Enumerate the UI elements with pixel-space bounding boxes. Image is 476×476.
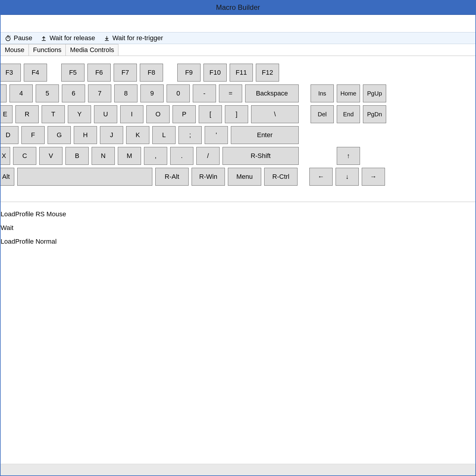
toolbar: Pause Wait for release Wait for re-trigg… <box>1 32 475 44</box>
tab-media[interactable]: Media Controls <box>65 44 118 56</box>
arrow-up-bar-icon <box>40 35 47 41</box>
key-ins[interactable]: Ins <box>311 84 334 102</box>
wait-retrigger-button[interactable]: Wait for re-trigger <box>99 34 167 42</box>
key-p[interactable]: P <box>173 105 196 123</box>
macro-steps: LoadProfile RS Mouse Wait LoadProfile No… <box>1 207 475 248</box>
macro-step[interactable]: LoadProfile Normal <box>1 235 475 248</box>
key-8[interactable]: 8 <box>114 84 137 102</box>
key-r[interactable]: R <box>15 105 39 123</box>
key--[interactable]: ← <box>309 168 333 186</box>
key-6[interactable]: 6 <box>62 84 85 102</box>
key-7[interactable]: 7 <box>88 84 111 102</box>
key-b[interactable]: B <box>65 147 89 165</box>
divider <box>1 202 475 202</box>
key-h[interactable]: H <box>74 126 97 144</box>
statusbar <box>1 464 475 475</box>
key-menu[interactable]: Menu <box>228 168 261 186</box>
key-9[interactable]: 9 <box>140 84 164 102</box>
key-blank[interactable] <box>1 84 7 102</box>
key-i[interactable]: I <box>120 105 143 123</box>
window-title: Macro Builder <box>216 3 260 12</box>
arrow-down-bar-icon <box>104 35 110 41</box>
key--[interactable]: ↑ <box>337 147 360 165</box>
key-d[interactable]: D <box>1 126 18 144</box>
key--[interactable]: . <box>170 147 193 165</box>
key-e[interactable]: E <box>1 105 12 123</box>
key-enter[interactable]: Enter <box>231 126 299 144</box>
wait-retrigger-label: Wait for re-trigger <box>112 34 163 42</box>
key-0[interactable]: 0 <box>167 84 190 102</box>
key-f12[interactable]: F12 <box>256 64 279 82</box>
key-f11[interactable]: F11 <box>230 64 253 82</box>
key--[interactable]: ; <box>178 126 202 144</box>
key-blank[interactable] <box>17 168 152 186</box>
wait-release-label: Wait for release <box>49 34 95 42</box>
key-f8[interactable]: F8 <box>140 64 163 82</box>
key--[interactable]: / <box>196 147 220 165</box>
key-pgdn[interactable]: PgDn <box>363 105 386 123</box>
key-x[interactable]: X <box>1 147 10 165</box>
key-r-shift[interactable]: R-Shift <box>223 147 299 165</box>
key-f10[interactable]: F10 <box>203 64 227 82</box>
pause-label: Pause <box>14 34 32 42</box>
macro-step[interactable]: LoadProfile RS Mouse <box>1 207 475 221</box>
key-u[interactable]: U <box>94 105 117 123</box>
key-f6[interactable]: F6 <box>87 64 111 82</box>
key--[interactable]: [ <box>199 105 222 123</box>
key-f4[interactable]: F4 <box>24 64 47 82</box>
key--[interactable]: → <box>362 168 385 186</box>
key-f3[interactable]: F3 <box>1 64 21 82</box>
tab-functions[interactable]: Functions <box>29 44 66 56</box>
macro-step[interactable]: Wait <box>1 221 475 235</box>
key-f[interactable]: F <box>21 126 45 144</box>
key-backspace[interactable]: Backspace <box>245 84 299 102</box>
key-alt[interactable]: Alt <box>1 168 14 186</box>
svg-point-0 <box>6 37 10 41</box>
key-f9[interactable]: F9 <box>177 64 201 82</box>
key-j[interactable]: J <box>100 126 123 144</box>
key-f5[interactable]: F5 <box>61 64 84 82</box>
key-t[interactable]: T <box>42 105 65 123</box>
key-home[interactable]: Home <box>337 84 360 102</box>
key--[interactable]: = <box>219 84 242 102</box>
key-g[interactable]: G <box>48 126 71 144</box>
titlebar: Macro Builder <box>1 1 475 15</box>
key-m[interactable]: M <box>118 147 141 165</box>
keyboard-area: F3F4F5F6F7F8F9F10F11F12 4567890-=Backspa… <box>1 56 475 198</box>
key-del[interactable]: Del <box>311 105 334 123</box>
key-pgup[interactable]: PgUp <box>363 84 386 102</box>
key-f7[interactable]: F7 <box>114 64 137 82</box>
key-l[interactable]: L <box>152 126 176 144</box>
key--[interactable]: , <box>144 147 167 165</box>
spacer <box>1 15 475 32</box>
key-r-win[interactable]: R-Win <box>192 168 225 186</box>
key--[interactable]: ] <box>225 105 248 123</box>
timer-icon <box>5 35 11 41</box>
key--[interactable]: ' <box>205 126 228 144</box>
key-k[interactable]: K <box>126 126 149 144</box>
key--[interactable]: ↓ <box>336 168 359 186</box>
key-o[interactable]: O <box>146 105 170 123</box>
tab-strip: Mouse Functions Media Controls <box>1 44 475 56</box>
key-r-alt[interactable]: R-Alt <box>155 168 189 186</box>
key-5[interactable]: 5 <box>36 84 59 102</box>
key-end[interactable]: End <box>337 105 360 123</box>
key-y[interactable]: Y <box>68 105 91 123</box>
key-c[interactable]: C <box>13 147 36 165</box>
pause-button[interactable]: Pause <box>1 34 36 42</box>
key-v[interactable]: V <box>39 147 62 165</box>
key--[interactable]: - <box>193 84 216 102</box>
key-r-ctrl[interactable]: R-Ctrl <box>264 168 298 186</box>
key-n[interactable]: N <box>92 147 115 165</box>
tab-mouse[interactable]: Mouse <box>1 44 29 56</box>
key-4[interactable]: 4 <box>10 84 33 102</box>
key--[interactable]: \ <box>251 105 299 123</box>
wait-release-button[interactable]: Wait for release <box>36 34 99 42</box>
